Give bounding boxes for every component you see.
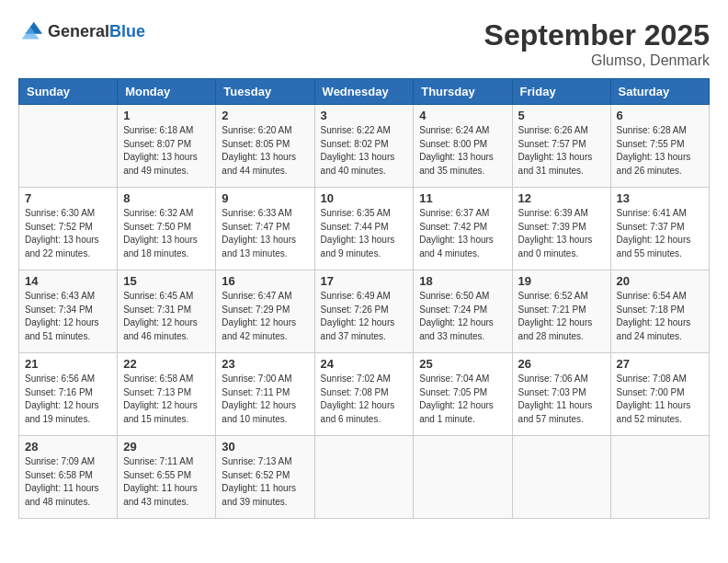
day-info: Sunrise: 6:24 AMSunset: 8:00 PMDaylight:… <box>419 124 506 178</box>
day-number: 14 <box>25 274 111 288</box>
calendar-table: SundayMondayTuesdayWednesdayThursdayFrid… <box>18 78 710 519</box>
day-number: 10 <box>321 191 408 205</box>
col-header-monday: Monday <box>118 79 216 105</box>
week-row-4: 21Sunrise: 6:56 AMSunset: 7:16 PMDayligh… <box>19 353 710 436</box>
calendar-cell: 28Sunrise: 7:09 AMSunset: 6:58 PMDayligh… <box>19 436 118 519</box>
calendar-cell: 29Sunrise: 7:11 AMSunset: 6:55 PMDayligh… <box>118 436 216 519</box>
day-number: 22 <box>123 357 210 371</box>
calendar-cell: 9Sunrise: 6:33 AMSunset: 7:47 PMDaylight… <box>216 188 314 270</box>
day-info: Sunrise: 6:52 AMSunset: 7:21 PMDaylight:… <box>518 290 605 343</box>
day-number: 25 <box>419 357 506 371</box>
day-info: Sunrise: 6:20 AMSunset: 8:05 PMDaylight:… <box>222 124 308 178</box>
day-info: Sunrise: 6:56 AMSunset: 7:16 PMDaylight:… <box>25 373 111 426</box>
day-info: Sunrise: 6:33 AMSunset: 7:47 PMDaylight:… <box>222 207 308 260</box>
day-info: Sunrise: 7:02 AMSunset: 7:08 PMDaylight:… <box>321 373 408 426</box>
day-info: Sunrise: 6:49 AMSunset: 7:26 PMDaylight:… <box>321 290 408 343</box>
calendar-cell: 19Sunrise: 6:52 AMSunset: 7:21 PMDayligh… <box>512 270 610 353</box>
col-header-tuesday: Tuesday <box>216 79 314 105</box>
day-info: Sunrise: 6:32 AMSunset: 7:50 PMDaylight:… <box>123 207 210 260</box>
logo-blue: Blue <box>109 22 145 40</box>
day-info: Sunrise: 7:04 AMSunset: 7:05 PMDaylight:… <box>419 373 506 426</box>
week-row-1: 1Sunrise: 6:18 AMSunset: 8:07 PMDaylight… <box>19 105 710 188</box>
day-number: 3 <box>321 109 408 122</box>
day-number: 6 <box>617 109 703 122</box>
day-number: 18 <box>419 274 506 288</box>
logo-general: General <box>48 22 109 40</box>
day-info: Sunrise: 6:28 AMSunset: 7:55 PMDaylight:… <box>617 124 703 178</box>
day-number: 24 <box>321 357 408 371</box>
col-header-sunday: Sunday <box>19 79 118 105</box>
day-number: 16 <box>222 274 308 288</box>
col-header-saturday: Saturday <box>610 79 709 105</box>
day-number: 28 <box>25 440 111 454</box>
page-header: GeneralBlue September 2025 Glumso, Denma… <box>18 18 710 69</box>
day-number: 29 <box>123 440 210 454</box>
calendar-cell: 18Sunrise: 6:50 AMSunset: 7:24 PMDayligh… <box>414 270 512 353</box>
logo: GeneralBlue <box>18 18 145 44</box>
day-number: 17 <box>321 274 408 288</box>
calendar-cell <box>19 105 118 188</box>
calendar-cell: 10Sunrise: 6:35 AMSunset: 7:44 PMDayligh… <box>314 188 414 270</box>
col-header-friday: Friday <box>512 79 610 105</box>
day-info: Sunrise: 7:11 AMSunset: 6:55 PMDaylight:… <box>123 455 210 509</box>
day-info: Sunrise: 7:08 AMSunset: 7:00 PMDaylight:… <box>617 373 703 426</box>
day-number: 5 <box>518 109 605 122</box>
day-info: Sunrise: 6:47 AMSunset: 7:29 PMDaylight:… <box>222 290 308 343</box>
day-info: Sunrise: 6:45 AMSunset: 7:31 PMDaylight:… <box>123 290 210 343</box>
day-info: Sunrise: 6:41 AMSunset: 7:37 PMDaylight:… <box>617 207 703 260</box>
calendar-cell: 1Sunrise: 6:18 AMSunset: 8:07 PMDaylight… <box>118 105 216 188</box>
calendar-cell: 20Sunrise: 6:54 AMSunset: 7:18 PMDayligh… <box>610 270 709 353</box>
day-info: Sunrise: 6:35 AMSunset: 7:44 PMDaylight:… <box>321 207 408 260</box>
week-row-2: 7Sunrise: 6:30 AMSunset: 7:52 PMDaylight… <box>19 188 710 270</box>
day-number: 15 <box>123 274 210 288</box>
day-number: 21 <box>25 357 111 371</box>
calendar-cell: 21Sunrise: 6:56 AMSunset: 7:16 PMDayligh… <box>19 353 118 436</box>
logo-icon <box>18 18 44 44</box>
day-number: 13 <box>617 191 703 205</box>
day-info: Sunrise: 6:58 AMSunset: 7:13 PMDaylight:… <box>123 373 210 426</box>
calendar-cell: 26Sunrise: 7:06 AMSunset: 7:03 PMDayligh… <box>512 353 610 436</box>
calendar-cell: 15Sunrise: 6:45 AMSunset: 7:31 PMDayligh… <box>118 270 216 353</box>
day-info: Sunrise: 6:50 AMSunset: 7:24 PMDaylight:… <box>419 290 506 343</box>
calendar-cell: 27Sunrise: 7:08 AMSunset: 7:00 PMDayligh… <box>610 353 709 436</box>
day-number: 30 <box>222 440 308 454</box>
calendar-cell: 13Sunrise: 6:41 AMSunset: 7:37 PMDayligh… <box>610 188 709 270</box>
day-number: 20 <box>617 274 703 288</box>
calendar-cell <box>610 436 709 519</box>
day-number: 1 <box>123 109 210 122</box>
day-info: Sunrise: 6:54 AMSunset: 7:18 PMDaylight:… <box>617 290 703 343</box>
day-info: Sunrise: 6:37 AMSunset: 7:42 PMDaylight:… <box>419 207 506 260</box>
day-number: 27 <box>617 357 703 371</box>
day-info: Sunrise: 6:39 AMSunset: 7:39 PMDaylight:… <box>518 207 605 260</box>
calendar-cell: 3Sunrise: 6:22 AMSunset: 8:02 PMDaylight… <box>314 105 414 188</box>
day-number: 11 <box>419 191 506 205</box>
calendar-cell: 6Sunrise: 6:28 AMSunset: 7:55 PMDaylight… <box>610 105 709 188</box>
day-number: 12 <box>518 191 605 205</box>
calendar-cell: 11Sunrise: 6:37 AMSunset: 7:42 PMDayligh… <box>414 188 512 270</box>
calendar-cell <box>512 436 610 519</box>
day-info: Sunrise: 6:18 AMSunset: 8:07 PMDaylight:… <box>123 124 210 178</box>
calendar-cell: 7Sunrise: 6:30 AMSunset: 7:52 PMDaylight… <box>19 188 118 270</box>
calendar-cell <box>414 436 512 519</box>
calendar-cell: 5Sunrise: 6:26 AMSunset: 7:57 PMDaylight… <box>512 105 610 188</box>
month-title: September 2025 <box>484 18 710 52</box>
day-number: 9 <box>222 191 308 205</box>
calendar-cell: 23Sunrise: 7:00 AMSunset: 7:11 PMDayligh… <box>216 353 314 436</box>
day-info: Sunrise: 6:26 AMSunset: 7:57 PMDaylight:… <box>518 124 605 178</box>
day-info: Sunrise: 7:13 AMSunset: 6:52 PMDaylight:… <box>222 455 308 509</box>
day-number: 4 <box>419 109 506 122</box>
day-number: 2 <box>222 109 308 122</box>
location-title: Glumso, Denmark <box>484 52 710 69</box>
calendar-cell: 25Sunrise: 7:04 AMSunset: 7:05 PMDayligh… <box>414 353 512 436</box>
week-row-3: 14Sunrise: 6:43 AMSunset: 7:34 PMDayligh… <box>19 270 710 353</box>
day-info: Sunrise: 6:22 AMSunset: 8:02 PMDaylight:… <box>321 124 408 178</box>
calendar-cell: 14Sunrise: 6:43 AMSunset: 7:34 PMDayligh… <box>19 270 118 353</box>
day-info: Sunrise: 7:00 AMSunset: 7:11 PMDaylight:… <box>222 373 308 426</box>
day-info: Sunrise: 6:43 AMSunset: 7:34 PMDaylight:… <box>25 290 111 343</box>
calendar-cell: 16Sunrise: 6:47 AMSunset: 7:29 PMDayligh… <box>216 270 314 353</box>
calendar-cell: 8Sunrise: 6:32 AMSunset: 7:50 PMDaylight… <box>118 188 216 270</box>
calendar-cell: 4Sunrise: 6:24 AMSunset: 8:00 PMDaylight… <box>414 105 512 188</box>
day-number: 26 <box>518 357 605 371</box>
day-info: Sunrise: 6:30 AMSunset: 7:52 PMDaylight:… <box>25 207 111 260</box>
calendar-cell: 12Sunrise: 6:39 AMSunset: 7:39 PMDayligh… <box>512 188 610 270</box>
